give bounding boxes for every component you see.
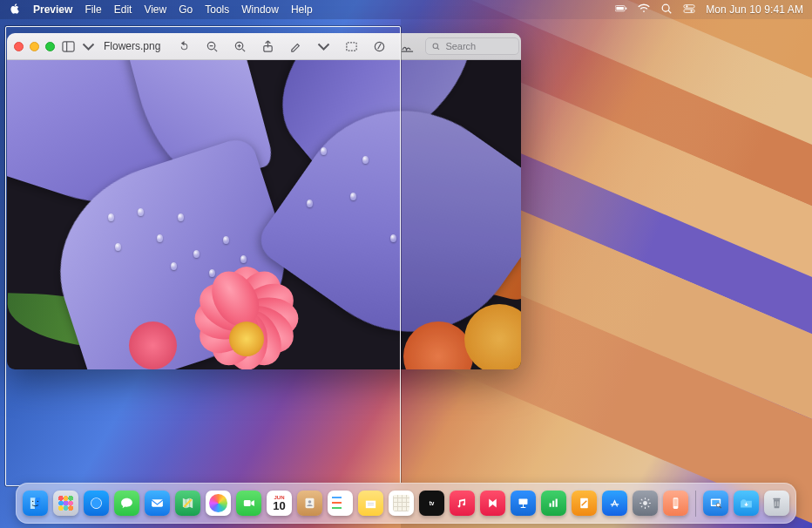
window-minimize-button[interactable] bbox=[30, 42, 39, 51]
svg-rect-9 bbox=[63, 41, 74, 51]
svg-point-8 bbox=[691, 10, 693, 11]
dock-app-mail[interactable] bbox=[145, 491, 170, 516]
markup-toggle-button[interactable] bbox=[369, 37, 389, 55]
svg-rect-31 bbox=[244, 500, 251, 506]
window-title: Flowers.png bbox=[104, 40, 160, 52]
dock-app-freeform[interactable] bbox=[389, 491, 414, 516]
wifi-icon[interactable] bbox=[638, 3, 650, 17]
apple-menu[interactable] bbox=[9, 3, 21, 17]
dock-separator bbox=[695, 491, 696, 517]
svg-rect-1 bbox=[617, 6, 624, 9]
svg-rect-43 bbox=[552, 501, 554, 507]
dock-app-settings[interactable] bbox=[633, 491, 658, 516]
view-menu-chevron-icon[interactable] bbox=[82, 37, 95, 55]
sign-button[interactable] bbox=[397, 37, 416, 55]
menu-file[interactable]: File bbox=[85, 3, 101, 16]
svg-point-22 bbox=[433, 44, 438, 49]
background-flower bbox=[464, 304, 521, 369]
dock-app-finder[interactable] bbox=[23, 491, 48, 516]
dock-app-messages[interactable] bbox=[114, 491, 139, 516]
dock-app-numbers[interactable] bbox=[541, 491, 566, 516]
menu-window[interactable]: Window bbox=[241, 3, 279, 16]
highlight-menu-chevron-icon[interactable] bbox=[314, 37, 333, 55]
dock-app-reminders[interactable] bbox=[328, 491, 353, 516]
search-field[interactable]: Search bbox=[425, 37, 519, 55]
rectangle-selection-button[interactable] bbox=[342, 37, 361, 55]
highlight-button[interactable] bbox=[286, 37, 305, 55]
svg-rect-44 bbox=[556, 499, 558, 507]
dock-app-tv[interactable]: tv bbox=[419, 491, 444, 516]
dock-app-notes[interactable] bbox=[358, 491, 383, 516]
svg-rect-53 bbox=[773, 498, 781, 499]
dock-app-iphone-mirroring[interactable] bbox=[663, 491, 688, 516]
dock-app-news[interactable] bbox=[480, 491, 505, 516]
svg-rect-19 bbox=[347, 42, 356, 50]
svg-line-12 bbox=[214, 49, 217, 51]
share-button[interactable] bbox=[258, 37, 277, 55]
svg-line-15 bbox=[242, 49, 245, 51]
svg-point-25 bbox=[37, 501, 38, 502]
svg-point-7 bbox=[686, 5, 687, 7]
apple-icon bbox=[9, 3, 21, 15]
svg-point-3 bbox=[662, 4, 669, 11]
dock-app-pages[interactable] bbox=[572, 491, 597, 516]
svg-rect-42 bbox=[550, 504, 551, 507]
menu-tools[interactable]: Tools bbox=[205, 3, 229, 16]
svg-point-24 bbox=[32, 501, 33, 502]
window-zoom-button[interactable] bbox=[45, 42, 55, 51]
svg-point-46 bbox=[643, 501, 647, 505]
menu-edit[interactable]: Edit bbox=[114, 3, 132, 16]
rotate-left-button[interactable] bbox=[174, 37, 193, 55]
menu-go[interactable]: Go bbox=[179, 3, 193, 16]
svg-point-27 bbox=[91, 498, 101, 508]
menu-bar: Preview File Edit View Go Tools Window H… bbox=[0, 0, 812, 19]
search-placeholder: Search bbox=[445, 41, 476, 51]
preview-window: Flowers.png bbox=[7, 33, 521, 369]
svg-rect-2 bbox=[626, 7, 626, 9]
svg-point-34 bbox=[308, 500, 312, 504]
svg-marker-32 bbox=[251, 500, 254, 506]
menu-view[interactable]: View bbox=[144, 3, 166, 16]
calendar-day: 10 bbox=[273, 500, 285, 511]
svg-rect-6 bbox=[684, 9, 694, 12]
search-icon bbox=[431, 42, 441, 51]
dock-app-contacts[interactable] bbox=[297, 491, 322, 516]
svg-rect-30 bbox=[152, 499, 163, 507]
dock-app-launchpad[interactable] bbox=[53, 491, 78, 516]
menu-help[interactable]: Help bbox=[291, 3, 313, 16]
dock-downloads-stack[interactable] bbox=[734, 491, 759, 516]
svg-rect-35 bbox=[366, 501, 376, 509]
svg-line-4 bbox=[668, 10, 671, 13]
dock-app-maps[interactable] bbox=[175, 491, 200, 516]
window-close-button[interactable] bbox=[14, 42, 24, 51]
battery-icon[interactable] bbox=[615, 3, 627, 17]
menu-bar-app-name[interactable]: Preview bbox=[33, 3, 72, 16]
svg-line-23 bbox=[437, 47, 439, 49]
svg-rect-48 bbox=[673, 499, 677, 507]
dock-trash[interactable] bbox=[764, 491, 789, 516]
svg-rect-39 bbox=[519, 499, 528, 504]
dock: JUN10 tv bbox=[16, 483, 796, 524]
control-center-icon[interactable] bbox=[683, 3, 695, 17]
spotlight-icon[interactable] bbox=[660, 3, 673, 17]
image-canvas[interactable] bbox=[7, 60, 521, 369]
zoom-in-button[interactable] bbox=[230, 37, 249, 55]
dock-app-facetime[interactable] bbox=[236, 491, 261, 516]
dock-app-photos[interactable] bbox=[206, 491, 231, 516]
dock-app-appstore[interactable] bbox=[602, 491, 627, 516]
dock-app-keynote[interactable] bbox=[511, 491, 536, 516]
dock-app-calendar[interactable]: JUN10 bbox=[267, 491, 292, 516]
svg-line-52 bbox=[720, 506, 721, 508]
menu-bar-datetime[interactable]: Mon Jun 10 9:41 AM bbox=[706, 3, 803, 16]
dahlia-flower bbox=[181, 274, 312, 369]
dock-app-preview[interactable] bbox=[703, 491, 728, 516]
dock-app-safari[interactable] bbox=[84, 491, 109, 516]
window-traffic-lights bbox=[14, 42, 55, 51]
window-titlebar[interactable]: Flowers.png bbox=[7, 33, 521, 60]
background-flower bbox=[129, 322, 177, 369]
sidebar-toggle-button[interactable] bbox=[62, 37, 75, 55]
svg-rect-5 bbox=[684, 4, 694, 8]
zoom-out-button[interactable] bbox=[202, 37, 221, 55]
dock-app-music[interactable] bbox=[450, 491, 475, 516]
svg-text:tv: tv bbox=[430, 500, 435, 506]
